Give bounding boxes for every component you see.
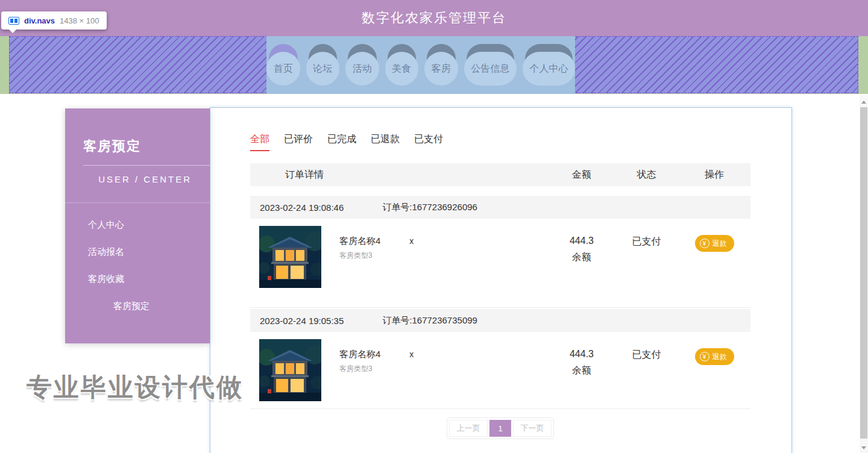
pagination: 上一页 1 下一页 [250,417,750,439]
refund-button[interactable]: ¥ 退款 [695,235,734,252]
room-multiplier: x [409,236,414,246]
order-group-header: 2023-02-24 19:08:46 订单号:1677236926096 [250,196,750,219]
scrollbar-thumb[interactable] [860,107,867,439]
sidebar-divider [65,202,210,203]
order-amount: 444.3 [549,236,615,246]
room-type: 客房类型3 [339,364,414,374]
nav-item-food[interactable]: 美食 [385,44,419,86]
order-amount: 444.3 [549,349,615,360]
yuan-icon: ¥ [700,352,709,361]
refund-button[interactable]: ¥ 退款 [695,348,734,365]
order-item-row: 客房名称4 x 客房类型3 444.3 余额 已支付 ¥ 退款 [250,219,750,308]
sidebar-item-activity-signup[interactable]: 活动报名 [65,239,210,266]
room-photo [259,226,321,288]
nav-label: 个人中心 [523,52,575,86]
order-status: 已支付 [615,349,678,361]
nav-label: 论坛 [306,52,340,86]
pay-method-balance: 余额 [549,364,615,377]
nav-item-personal-center[interactable]: 个人中心 [523,44,575,86]
tab-reviewed[interactable]: 已评价 [284,133,313,151]
next-page-button[interactable]: 下一页 [513,420,552,437]
order-datetime: 2023-02-24 19:08:46 [260,202,344,213]
order-status-tabs: 全部 已评价 已完成 已退款 已支付 [250,133,750,151]
orders-table-header: 订单详情 金额 状态 操作 [250,163,750,186]
refund-button-label: 退款 [712,352,727,362]
sidebar-subtitle: USER / CENTER [65,174,210,184]
flex-badge-icon [8,17,19,25]
sidebar-title: 客房预定 [83,137,210,155]
room-name: 客房名称4 [339,236,380,247]
nav-item-forum[interactable]: 论坛 [306,44,340,86]
nav-item-activity[interactable]: 活动 [345,44,379,86]
nav-label: 客房 [424,52,458,86]
order-number: 订单号:1677236926096 [382,202,477,213]
nav-item-rooms[interactable]: 客房 [424,44,458,86]
prev-page-button[interactable]: 上一页 [449,420,488,437]
devtools-tooltip: div.navs 1438 × 100 [1,11,107,30]
col-status: 状态 [615,169,678,181]
watermark-text: 专业毕业设计代做 [27,370,244,404]
nav-list: 首页 论坛 活动 美食 客房 公告信息 [266,36,575,86]
room-multiplier: x [409,349,414,359]
col-order-details: 订单详情 [250,169,549,181]
sidebar-item-room-favorites[interactable]: 客房收藏 [65,266,210,293]
room-photo [259,339,321,401]
col-amount: 金额 [549,169,615,181]
tab-paid[interactable]: 已支付 [414,133,443,151]
pay-method-balance: 余额 [549,251,615,264]
col-action: 操作 [678,169,750,181]
app-header: 数字化农家乐管理平台 [0,0,868,36]
nav-strip: 首页 论坛 活动 美食 客房 公告信息 [0,36,868,94]
yuan-icon: ¥ [700,239,709,248]
tab-all[interactable]: 全部 [250,133,269,151]
sidebar-menu: 个人中心 活动报名 客房收藏 客房预定 [65,211,210,320]
page-number-1[interactable]: 1 [489,420,511,437]
devtools-dimensions: 1438 × 100 [60,16,99,25]
sidebar: 客房预定 USER / CENTER 个人中心 活动报名 客房收藏 客房预定 [65,108,210,343]
devtools-selector: div.navs [24,16,55,25]
order-item-row: 客房名称4 x 客房类型3 444.3 余额 已支付 ¥ 退款 [250,332,750,409]
scroll-up-arrow-icon[interactable] [860,98,868,106]
pagination-box: 上一页 1 下一页 [447,417,554,439]
tab-completed[interactable]: 已完成 [327,133,356,151]
sidebar-item-room-booking[interactable]: 客房预定 [65,293,210,320]
vertical-scrollbar[interactable] [860,95,868,453]
main-nav: 首页 论坛 活动 美食 客房 公告信息 [266,36,575,94]
sidebar-item-personal-center[interactable]: 个人中心 [65,211,210,239]
room-name: 客房名称4 [339,349,380,360]
tab-refunded[interactable]: 已退款 [371,133,400,151]
order-group-header: 2023-02-24 19:05:35 订单号:1677236735099 [250,309,750,332]
nav-item-home[interactable]: 首页 [266,44,300,86]
order-datetime: 2023-02-24 19:05:35 [260,316,344,326]
order-status: 已支付 [615,236,678,248]
nav-label: 首页 [266,52,300,86]
nav-label: 公告信息 [464,52,517,86]
room-type: 客房类型3 [339,251,414,261]
refund-button-label: 退款 [712,239,727,249]
nav-label: 活动 [345,52,379,86]
page-title: 数字化农家乐管理平台 [0,0,868,36]
orders-panel: 全部 已评价 已完成 已退款 已支付 订单详情 金额 状态 操作 2023-02… [210,107,792,453]
nav-item-announcements[interactable]: 公告信息 [464,44,517,86]
sidebar-divider [83,165,210,166]
nav-label: 美食 [385,52,419,86]
order-number: 订单号:1677236735099 [382,315,477,326]
scroll-down-arrow-icon[interactable] [860,443,868,452]
